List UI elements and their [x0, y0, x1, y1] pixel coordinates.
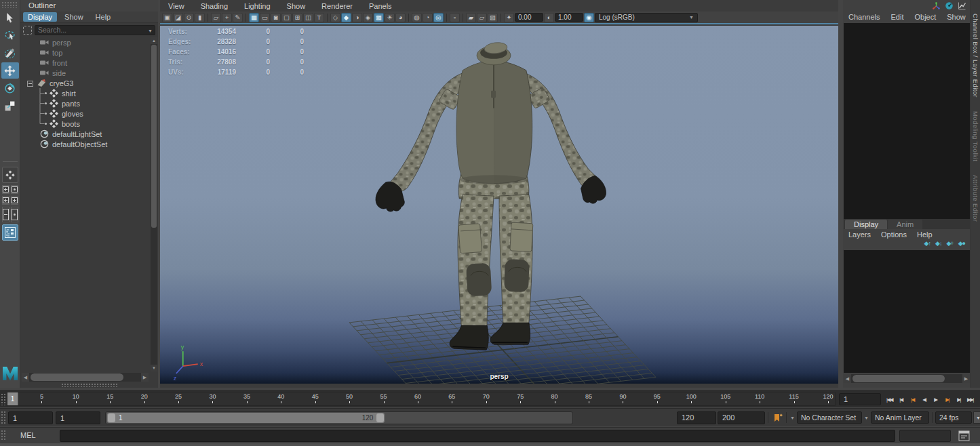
- graph-icon[interactable]: [957, 1, 966, 10]
- current-frame-indicator[interactable]: 1: [7, 392, 18, 405]
- scroll-up-icon[interactable]: ▲: [151, 37, 157, 44]
- step-back-frame-button[interactable]: |◀: [895, 392, 907, 406]
- smooth-shade-icon[interactable]: ◆: [341, 13, 351, 22]
- time-slider[interactable]: 1 51015202530354045505560657075808590951…: [7, 392, 836, 406]
- scroll-right-icon[interactable]: ▶: [962, 374, 970, 383]
- current-time-field[interactable]: [839, 393, 881, 405]
- command-input[interactable]: [60, 430, 895, 442]
- anti-aliasing-icon[interactable]: ◎: [433, 13, 444, 22]
- step-forward-key-button[interactable]: ▶|: [941, 392, 953, 406]
- select-tool[interactable]: [1, 9, 19, 26]
- sidebar-tab-modeling-toolkit[interactable]: Modeling Toolkit: [972, 111, 979, 161]
- move-tool[interactable]: [1, 62, 19, 79]
- split-horizontal-layout-button[interactable]: [11, 207, 18, 222]
- layer-move-down-icon[interactable]: ◆↓: [935, 240, 941, 247]
- outliner-menu-display[interactable]: Display: [23, 12, 57, 22]
- outliner-item-defaultObjectSet[interactable]: defaultObjectSet: [22, 139, 149, 149]
- range-grip[interactable]: [1, 411, 6, 424]
- play-forwards-button[interactable]: ▶: [930, 392, 941, 406]
- gamma-field[interactable]: 1.00: [555, 13, 583, 22]
- fps-field[interactable]: 24 fps: [935, 411, 972, 424]
- scroll-down-icon[interactable]: ▼: [151, 365, 157, 371]
- hscroll-track[interactable]: [851, 374, 962, 383]
- four-pane-layout-button[interactable]: [11, 185, 18, 194]
- xray-icon[interactable]: ▰: [466, 13, 476, 22]
- layer-tab-display[interactable]: Display: [845, 220, 887, 229]
- outliner-persp-layout-button[interactable]: [2, 224, 18, 241]
- bookmark-add-button[interactable]: [771, 411, 783, 424]
- outliner-grip[interactable]: [61, 383, 117, 387]
- wireframe-icon[interactable]: ◇: [330, 13, 340, 22]
- layer-menu-layers[interactable]: Layers: [848, 230, 871, 239]
- outliner-hscrollbar[interactable]: ◀ ▶: [22, 373, 149, 382]
- outliner-item-defaultLightSet[interactable]: defaultLightSet: [22, 129, 149, 139]
- channel-box-list[interactable]: [844, 23, 970, 219]
- playback-end-field[interactable]: [677, 411, 716, 424]
- film-gate-icon[interactable]: ▭: [260, 13, 270, 22]
- image-plane-icon[interactable]: ▱: [211, 13, 221, 22]
- sidebar-tab-attribute-editor[interactable]: Attribute Editor: [972, 175, 979, 222]
- hscroll-thumb[interactable]: [852, 375, 945, 382]
- viewport-menu-show[interactable]: Show: [287, 2, 306, 10]
- pan-zoom-icon[interactable]: +: [222, 13, 232, 22]
- command-result-field[interactable]: [899, 430, 951, 442]
- timeline-grip[interactable]: [1, 393, 6, 405]
- default-lighting-icon[interactable]: ☀: [385, 13, 395, 22]
- animation-end-field[interactable]: [718, 411, 765, 424]
- select-camera-icon[interactable]: ▣: [162, 13, 172, 22]
- commandline-grip[interactable]: [1, 430, 6, 441]
- xray-active-icon[interactable]: ▱: [477, 13, 487, 22]
- gauge-icon[interactable]: [944, 1, 954, 10]
- layer-tab-anim[interactable]: Anim: [888, 220, 922, 229]
- range-end-handle[interactable]: [376, 413, 384, 422]
- range-slider-bar[interactable]: 1 120: [107, 413, 385, 423]
- command-language-toggle[interactable]: MEL: [20, 431, 36, 439]
- outliner-item-gloves[interactable]: gloves: [22, 108, 149, 119]
- scroll-left-icon[interactable]: ◀: [22, 373, 29, 382]
- script-editor-icon[interactable]: [958, 430, 970, 441]
- split-vertical-layout-button[interactable]: [2, 207, 9, 222]
- layer-menu-help[interactable]: Help: [917, 230, 933, 239]
- outliner-item-boots[interactable]: boots: [22, 119, 149, 129]
- viewport-menu-view[interactable]: View: [168, 2, 184, 10]
- hscroll-track[interactable]: [29, 373, 141, 382]
- lasso-select-tool[interactable]: [1, 27, 19, 43]
- camera-attributes-icon[interactable]: ⊙: [184, 13, 194, 22]
- grease-pencil-icon[interactable]: ✎: [233, 13, 243, 22]
- exposure-icon[interactable]: ✦: [504, 13, 514, 22]
- fps-dropdown-icon[interactable]: ▼: [973, 411, 980, 424]
- gamma-icon[interactable]: ◐: [544, 13, 554, 22]
- viewport-menu-renderer[interactable]: Renderer: [321, 2, 353, 10]
- xyz-axis-icon[interactable]: [931, 1, 941, 10]
- channelbox-hscrollbar[interactable]: ◀ ▶: [844, 374, 970, 383]
- scroll-right-icon[interactable]: ▶: [141, 373, 149, 382]
- layer-list[interactable]: [844, 250, 970, 373]
- outliner-menu-show[interactable]: Show: [60, 12, 88, 22]
- expand-toggle-icon[interactable]: [27, 80, 33, 86]
- outliner-item-cryeG3[interactable]: cryeG3: [22, 78, 149, 88]
- ao-icon[interactable]: ◔: [423, 13, 433, 22]
- range-slider-groove[interactable]: 1 120: [105, 411, 573, 424]
- character-set-menu-icon[interactable]: ▼: [789, 415, 796, 420]
- layer-menu-options[interactable]: Options: [881, 230, 907, 239]
- two-pane-top-layout-button[interactable]: [2, 196, 9, 205]
- viewport-canvas[interactable]: y x z Verts:1435400Edges:2832800Faces:14…: [160, 26, 838, 384]
- outliner-item-pants[interactable]: pants: [22, 98, 149, 108]
- outliner-item-top[interactable]: top: [22, 47, 149, 58]
- range-start-handle[interactable]: [108, 413, 115, 422]
- single-pane-layout-button[interactable]: [2, 185, 9, 194]
- outliner-item-persp[interactable]: persp: [22, 37, 149, 47]
- step-back-key-button[interactable]: |◀: [907, 392, 918, 406]
- toolbox-grip[interactable]: [1, 1, 18, 8]
- sidebar-tab-channel-box-layer-editor[interactable]: Channel Box / Layer Editor: [972, 14, 979, 98]
- exposure-field[interactable]: 0.00: [515, 13, 543, 22]
- isolate-select-icon[interactable]: ▫: [450, 13, 460, 22]
- viewport-menu-lighting[interactable]: Lighting: [244, 2, 271, 10]
- step-forward-frame-button[interactable]: ▶|: [953, 392, 964, 406]
- textured-icon[interactable]: ▩: [374, 13, 384, 22]
- go-to-start-button[interactable]: |◀◀: [884, 392, 895, 406]
- hscroll-thumb[interactable]: [31, 373, 123, 381]
- shadows-icon[interactable]: ◍: [412, 13, 422, 22]
- channelbox-menu-object[interactable]: Object: [914, 13, 936, 21]
- bounding-box-icon[interactable]: ◈: [363, 13, 373, 22]
